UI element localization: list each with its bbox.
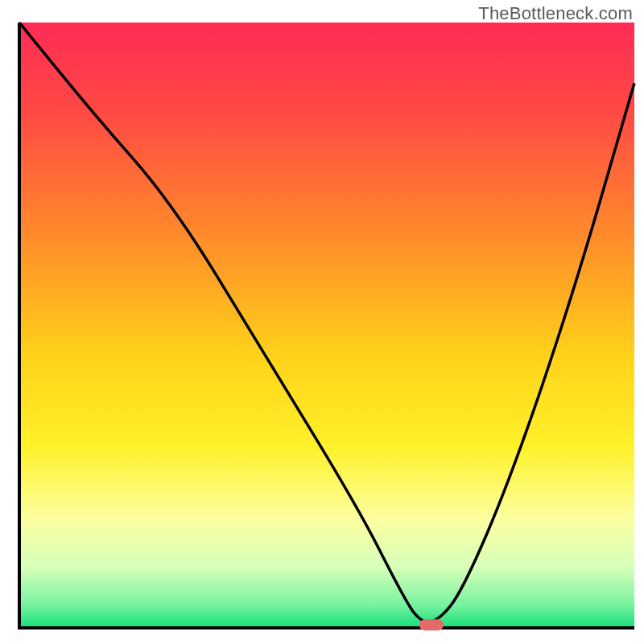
chart-container: { "watermark": "TheBottleneck.com", "cha… [0,0,644,644]
bottleneck-chart [0,0,644,644]
optimal-marker [419,619,444,630]
plot-background [19,23,634,628]
